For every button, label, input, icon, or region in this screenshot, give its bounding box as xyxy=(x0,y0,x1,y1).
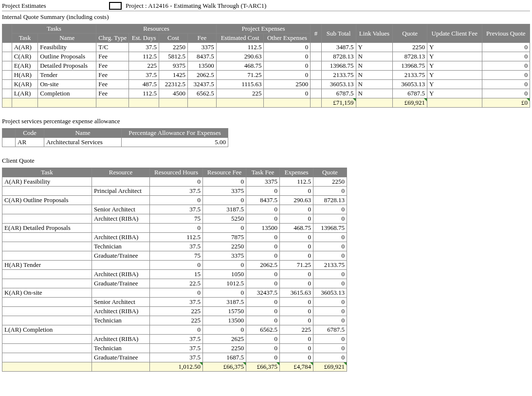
cq-cell-quote: 0 xyxy=(313,187,347,196)
pct-value: 5.00 xyxy=(122,138,228,147)
client-quote-row: Senior Architect37.53187.5000 xyxy=(2,298,347,307)
cell-cost: 5812.5 xyxy=(159,52,188,61)
cq-cell-hours: 225 xyxy=(150,316,203,325)
col-update-fee: Update Client Fee xyxy=(427,24,482,43)
cell-chrg-type: T/C xyxy=(96,43,129,52)
col-subtotal: Sub Total xyxy=(321,24,356,43)
cq-cell-quote: 0 xyxy=(313,233,347,242)
cq-cell-quote: 13968.75 xyxy=(313,224,347,233)
cell-link-values: N xyxy=(356,71,393,80)
client-quote-table: Task Resource Resourced Hours Resource F… xyxy=(2,168,347,372)
client-quote-row: Architect (RIBA)151050000 xyxy=(2,270,347,279)
cq-cell-task: L(AR) Completion xyxy=(2,325,92,335)
cq-cell-task xyxy=(2,187,92,196)
cell-link-values: N xyxy=(356,52,393,61)
cq-cell-tfee: 0 xyxy=(246,298,280,307)
cq-cell-task xyxy=(2,298,92,307)
internal-quote-table: Tasks Resources Project Expenses # Sub T… xyxy=(2,24,530,108)
internal-quote-row: C(AR)Outline ProposalsFee112.55812.58437… xyxy=(2,52,530,61)
col-hash: # xyxy=(311,24,321,43)
cell-cost: 2250 xyxy=(159,43,188,52)
cq-cell-task: E(AR) Detailed Proposals xyxy=(2,224,92,233)
pct-allowance-title: Project services percentage expense allo… xyxy=(2,117,530,125)
client-quote-row: Technician37.52250000 xyxy=(2,344,347,353)
client-quote-row: Senior Architect37.53187.5000 xyxy=(2,205,347,214)
cell-subtotal: 8728.13 xyxy=(321,52,356,61)
cell-prev-quote: 0 xyxy=(482,43,530,52)
client-quote-row: Architect (RIBA)112.57875000 xyxy=(2,233,347,242)
cq-cell-tfee: 0 xyxy=(246,242,280,251)
cell-prev-quote: 0 xyxy=(482,52,530,61)
internal-quote-row: L(AR)CompletionFee112.545006562.52250678… xyxy=(2,89,530,98)
cq-cell-rfee: 0 xyxy=(203,177,246,187)
cq-cell-task xyxy=(2,279,92,288)
cq-cell-resource: Technician xyxy=(92,316,150,325)
cell-quote: 2250 xyxy=(393,43,427,52)
cq-cell-task xyxy=(2,233,92,242)
cell-name: On-site xyxy=(38,80,96,89)
cell-other-exp: 0 xyxy=(264,89,311,98)
cq-cell-exp: 0 xyxy=(280,335,313,344)
cell-other-exp: 0 xyxy=(264,43,311,52)
col-pct: Percentage Allowance For Expenses xyxy=(122,129,228,138)
cq-cell-tfee: 6562.5 xyxy=(246,325,280,335)
cell-task: H(AR) xyxy=(12,71,37,80)
cq-cell-task xyxy=(2,307,92,316)
cq-cell-rfee: 3187.5 xyxy=(203,298,246,307)
col-name: Name xyxy=(38,34,96,43)
cq-total-rfee: £66,375 xyxy=(203,362,246,372)
cq-total-hours: 1,012.50 xyxy=(150,362,203,372)
cq-cell-exp: 0 xyxy=(280,187,313,196)
cell-update-fee: Y xyxy=(427,52,482,61)
cq-cell-hours: 37.5 xyxy=(150,353,203,362)
cq-cell-resource xyxy=(92,288,150,298)
cq-cell-hours: 37.5 xyxy=(150,298,203,307)
cell-chrg-type: Fee xyxy=(96,80,129,89)
cq-cell-resource: Graduate/Trainee xyxy=(92,353,150,362)
cell-prev-quote: 0 xyxy=(482,80,530,89)
cq-cell-rfee: 5250 xyxy=(203,214,246,224)
cq-cell-resource xyxy=(92,261,150,270)
cell-name: Feasibility xyxy=(38,43,96,52)
cq-cell-tfee: 0 xyxy=(246,335,280,344)
cq-cell-quote: 0 xyxy=(313,335,347,344)
cq-cell-tfee: 0 xyxy=(246,344,280,353)
cq-col-task: Task xyxy=(2,168,92,177)
cell-cost: 4500 xyxy=(159,89,188,98)
cq-total-quote: £69,921 xyxy=(313,362,347,372)
client-quote-row: Technician37.52250000 xyxy=(2,242,347,251)
cq-col-exp: Expenses xyxy=(280,168,313,177)
client-quote-row: C(AR) Outline Proposals008437.5290.63872… xyxy=(2,196,347,205)
cq-cell-exp: 0 xyxy=(280,205,313,214)
col-cost: Cost xyxy=(159,34,188,43)
cq-cell-resource xyxy=(92,177,150,187)
pct-allowance-table: Code Name Percentage Allowance For Expen… xyxy=(2,128,228,147)
client-quote-row: Principal Architect37.53375000 xyxy=(2,187,347,196)
cq-cell-hours: 75 xyxy=(150,214,203,224)
cq-cell-resource: Technician xyxy=(92,242,150,251)
total-prev-quote: £0 xyxy=(482,98,530,108)
cell-est-days: 112.5 xyxy=(129,52,159,61)
cell-update-fee: Y xyxy=(427,71,482,80)
cell-link-values: N xyxy=(356,89,393,98)
internal-quote-total-row: £71,159 £69,921 £0 xyxy=(2,98,530,108)
cq-cell-hours: 0 xyxy=(150,196,203,205)
internal-quote-row: K(AR)On-siteFee487.522312.532437.51115.6… xyxy=(2,80,530,89)
pct-code: AR xyxy=(16,138,44,147)
cq-cell-exp: 468.75 xyxy=(280,224,313,233)
cell-fee: 2062.5 xyxy=(187,71,216,80)
cell-update-fee: Y xyxy=(427,61,482,71)
cell-other-exp: 2500 xyxy=(264,80,311,89)
cq-cell-quote: 0 xyxy=(313,344,347,353)
group-resources: Resources xyxy=(96,24,217,34)
cell-name: Completion xyxy=(38,89,96,98)
cq-cell-resource: Graduate/Trainee xyxy=(92,251,150,261)
cq-cell-hours: 37.5 xyxy=(150,187,203,196)
pct-row: AR Architectural Services 5.00 xyxy=(2,138,228,147)
cq-cell-rfee: 0 xyxy=(203,325,246,335)
cell-update-fee: Y xyxy=(427,43,482,52)
cq-cell-hours: 0 xyxy=(150,177,203,187)
cell-cost: 22312.5 xyxy=(159,80,188,89)
cq-cell-quote: 0 xyxy=(313,270,347,279)
col-est-cost: Estimated Cost xyxy=(216,34,264,43)
